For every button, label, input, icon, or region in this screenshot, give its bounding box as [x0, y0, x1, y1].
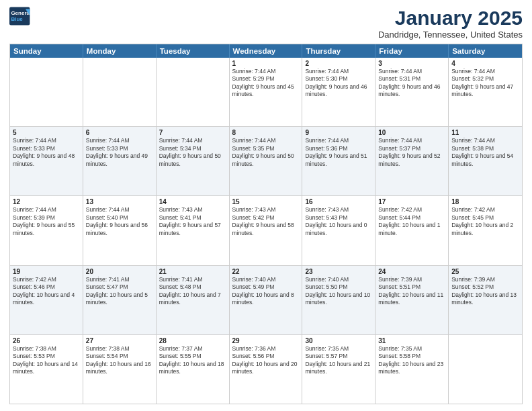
day-info: Sunrise: 7:39 AM Sunset: 5:51 PM Dayligh… — [378, 276, 445, 307]
day-info: Sunrise: 7:44 AM Sunset: 5:36 PM Dayligh… — [305, 137, 372, 168]
logo-icon: General Blue — [9, 7, 31, 26]
calendar-cell: 30Sunrise: 7:35 AM Sunset: 5:57 PM Dayli… — [302, 335, 375, 404]
calendar-cell — [10, 58, 83, 126]
calendar-row: 1Sunrise: 7:44 AM Sunset: 5:29 PM Daylig… — [10, 58, 522, 127]
day-info: Sunrise: 7:44 AM Sunset: 5:39 PM Dayligh… — [13, 206, 80, 237]
day-info: Sunrise: 7:44 AM Sunset: 5:38 PM Dayligh… — [451, 137, 519, 168]
calendar-cell: 28Sunrise: 7:37 AM Sunset: 5:55 PM Dayli… — [157, 335, 230, 404]
calendar-cell: 19Sunrise: 7:42 AM Sunset: 5:46 PM Dayli… — [10, 266, 83, 334]
calendar-row: 5Sunrise: 7:44 AM Sunset: 5:33 PM Daylig… — [10, 127, 522, 196]
logo: General Blue — [9, 7, 31, 26]
day-info: Sunrise: 7:44 AM Sunset: 5:31 PM Dayligh… — [378, 68, 445, 99]
day-number: 24 — [378, 268, 445, 275]
weekday-header: Tuesday — [157, 44, 230, 58]
day-number: 9 — [305, 129, 372, 136]
day-info: Sunrise: 7:41 AM Sunset: 5:47 PM Dayligh… — [86, 276, 153, 307]
title-block: January 2025 Dandridge, Tennessee, Unite… — [378, 7, 523, 40]
calendar: SundayMondayTuesdayWednesdayThursdayFrid… — [9, 44, 523, 404]
weekday-header: Friday — [375, 44, 449, 58]
day-number: 5 — [13, 129, 80, 136]
day-number: 22 — [232, 268, 300, 275]
calendar-cell: 23Sunrise: 7:40 AM Sunset: 5:50 PM Dayli… — [302, 266, 375, 334]
day-info: Sunrise: 7:38 AM Sunset: 5:53 PM Dayligh… — [13, 345, 80, 376]
day-info: Sunrise: 7:42 AM Sunset: 5:44 PM Dayligh… — [378, 206, 445, 237]
calendar-cell: 17Sunrise: 7:42 AM Sunset: 5:44 PM Dayli… — [375, 196, 449, 265]
day-info: Sunrise: 7:44 AM Sunset: 5:40 PM Dayligh… — [86, 206, 153, 237]
calendar-cell: 9Sunrise: 7:44 AM Sunset: 5:36 PM Daylig… — [302, 127, 375, 195]
calendar-cell: 4Sunrise: 7:44 AM Sunset: 5:32 PM Daylig… — [449, 58, 522, 126]
day-info: Sunrise: 7:40 AM Sunset: 5:50 PM Dayligh… — [305, 276, 372, 307]
day-info: Sunrise: 7:43 AM Sunset: 5:42 PM Dayligh… — [232, 206, 300, 237]
day-number: 23 — [305, 268, 372, 275]
day-number: 4 — [451, 60, 519, 67]
day-number: 29 — [232, 337, 300, 345]
day-number: 13 — [86, 198, 153, 205]
calendar-cell: 18Sunrise: 7:42 AM Sunset: 5:45 PM Dayli… — [449, 196, 522, 265]
day-number: 31 — [378, 337, 445, 345]
day-number: 17 — [378, 198, 445, 205]
calendar-row: 26Sunrise: 7:38 AM Sunset: 5:53 PM Dayli… — [10, 335, 522, 404]
day-number: 18 — [451, 198, 519, 205]
day-number: 12 — [13, 198, 80, 205]
day-number: 11 — [451, 129, 519, 136]
day-info: Sunrise: 7:38 AM Sunset: 5:54 PM Dayligh… — [86, 345, 153, 376]
day-info: Sunrise: 7:35 AM Sunset: 5:58 PM Dayligh… — [378, 345, 445, 376]
day-number: 21 — [159, 268, 226, 275]
calendar-cell: 12Sunrise: 7:44 AM Sunset: 5:39 PM Dayli… — [10, 196, 83, 265]
day-number: 6 — [86, 129, 153, 136]
calendar-cell: 31Sunrise: 7:35 AM Sunset: 5:58 PM Dayli… — [375, 335, 449, 404]
calendar-cell: 14Sunrise: 7:43 AM Sunset: 5:41 PM Dayli… — [157, 196, 230, 265]
calendar-cell — [83, 58, 157, 126]
calendar-cell: 5Sunrise: 7:44 AM Sunset: 5:33 PM Daylig… — [10, 127, 83, 195]
calendar-row: 12Sunrise: 7:44 AM Sunset: 5:39 PM Dayli… — [10, 196, 522, 265]
weekday-header: Thursday — [302, 44, 375, 58]
day-number: 14 — [159, 198, 226, 205]
day-info: Sunrise: 7:44 AM Sunset: 5:30 PM Dayligh… — [305, 68, 372, 99]
day-info: Sunrise: 7:43 AM Sunset: 5:43 PM Dayligh… — [305, 206, 372, 237]
weekday-header: Wednesday — [230, 44, 303, 58]
day-info: Sunrise: 7:44 AM Sunset: 5:33 PM Dayligh… — [13, 137, 80, 168]
day-number: 1 — [232, 60, 300, 67]
day-info: Sunrise: 7:37 AM Sunset: 5:55 PM Dayligh… — [159, 345, 226, 376]
svg-text:Blue: Blue — [11, 16, 23, 22]
calendar-cell: 7Sunrise: 7:44 AM Sunset: 5:34 PM Daylig… — [157, 127, 230, 195]
day-info: Sunrise: 7:44 AM Sunset: 5:29 PM Dayligh… — [232, 68, 300, 99]
day-number: 15 — [232, 198, 300, 205]
day-number: 8 — [232, 129, 300, 136]
calendar-cell — [449, 335, 522, 404]
day-number: 19 — [13, 268, 80, 275]
calendar-cell: 13Sunrise: 7:44 AM Sunset: 5:40 PM Dayli… — [83, 196, 157, 265]
day-number: 10 — [378, 129, 445, 136]
day-info: Sunrise: 7:44 AM Sunset: 5:35 PM Dayligh… — [232, 137, 300, 168]
day-info: Sunrise: 7:44 AM Sunset: 5:32 PM Dayligh… — [451, 68, 519, 99]
day-number: 27 — [86, 337, 153, 345]
day-number: 26 — [13, 337, 80, 345]
weekday-header: Monday — [83, 44, 157, 58]
calendar-body: 1Sunrise: 7:44 AM Sunset: 5:29 PM Daylig… — [10, 58, 522, 404]
day-info: Sunrise: 7:39 AM Sunset: 5:52 PM Dayligh… — [451, 276, 519, 307]
day-number: 2 — [305, 60, 372, 67]
day-info: Sunrise: 7:44 AM Sunset: 5:33 PM Dayligh… — [86, 137, 153, 168]
day-info: Sunrise: 7:44 AM Sunset: 5:34 PM Dayligh… — [159, 137, 226, 168]
calendar-cell: 1Sunrise: 7:44 AM Sunset: 5:29 PM Daylig… — [230, 58, 303, 126]
calendar-cell: 3Sunrise: 7:44 AM Sunset: 5:31 PM Daylig… — [375, 58, 449, 126]
day-info: Sunrise: 7:40 AM Sunset: 5:49 PM Dayligh… — [232, 276, 300, 307]
calendar-cell: 2Sunrise: 7:44 AM Sunset: 5:30 PM Daylig… — [302, 58, 375, 126]
day-number: 20 — [86, 268, 153, 275]
calendar-cell — [157, 58, 230, 126]
weekday-header: Sunday — [10, 44, 83, 58]
day-info: Sunrise: 7:35 AM Sunset: 5:57 PM Dayligh… — [305, 345, 372, 376]
day-info: Sunrise: 7:42 AM Sunset: 5:45 PM Dayligh… — [451, 206, 519, 237]
calendar-cell: 11Sunrise: 7:44 AM Sunset: 5:38 PM Dayli… — [449, 127, 522, 195]
calendar-cell: 26Sunrise: 7:38 AM Sunset: 5:53 PM Dayli… — [10, 335, 83, 404]
day-info: Sunrise: 7:36 AM Sunset: 5:56 PM Dayligh… — [232, 345, 300, 376]
calendar-cell: 6Sunrise: 7:44 AM Sunset: 5:33 PM Daylig… — [83, 127, 157, 195]
calendar-cell: 22Sunrise: 7:40 AM Sunset: 5:49 PM Dayli… — [230, 266, 303, 334]
day-number: 28 — [159, 337, 226, 345]
page: General Blue January 2025 Dandridge, Ten… — [0, 0, 532, 411]
day-info: Sunrise: 7:43 AM Sunset: 5:41 PM Dayligh… — [159, 206, 226, 237]
calendar-cell: 8Sunrise: 7:44 AM Sunset: 5:35 PM Daylig… — [230, 127, 303, 195]
day-number: 3 — [378, 60, 445, 67]
calendar-cell: 27Sunrise: 7:38 AM Sunset: 5:54 PM Dayli… — [83, 335, 157, 404]
calendar-cell: 16Sunrise: 7:43 AM Sunset: 5:43 PM Dayli… — [302, 196, 375, 265]
